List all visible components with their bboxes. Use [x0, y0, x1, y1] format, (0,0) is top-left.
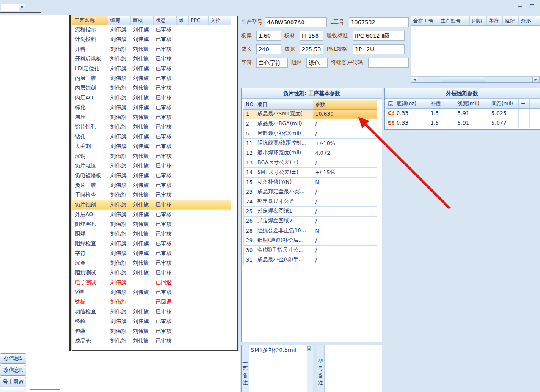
end-customer-code-input[interactable] — [368, 58, 409, 68]
process-row[interactable]: 层压 刘伟旗 刘伟旗 已审核 — [72, 112, 231, 122]
param-value-cell[interactable]: / — [313, 119, 377, 129]
param-row[interactable]: 29 镀铜(通道)补偿后... / — [244, 236, 377, 245]
param-row[interactable]: 15 动态补偿(Y/N) N — [244, 177, 377, 187]
column-header-process-name[interactable]: 工艺名称 — [72, 16, 108, 25]
scroll-right-icon[interactable]: ► — [532, 77, 540, 83]
param-row[interactable]: 5 局部最小补偿(mil) / — [244, 129, 377, 138]
process-row[interactable]: 功能检查 刘伟旗 刘伟旗 已审核 — [72, 307, 231, 317]
board-thickness-input[interactable] — [256, 31, 281, 41]
legend-input[interactable] — [256, 58, 288, 68]
process-row[interactable]: 阻焊塞孔 刘伟旗 刘伟旗 已审核 — [72, 219, 231, 229]
model-online-input[interactable] — [30, 378, 60, 387]
scroll-left-icon[interactable]: ◄ — [411, 77, 418, 83]
acceptance-standard-input[interactable] — [353, 31, 405, 41]
e-number-input[interactable] — [349, 17, 409, 27]
process-row[interactable]: 流程指示 刘伟旗 刘伟旗 已审核 — [72, 25, 231, 35]
param-row[interactable]: 14 SMT尺寸公差(±) +/-15% — [244, 167, 377, 177]
param-row[interactable]: 12 最小焊环宽度(mil) 4.072 — [244, 148, 377, 158]
param-row[interactable]: 2 成品最小BGA(mil) / — [244, 119, 377, 129]
model-online-button[interactable]: 号上网W — [0, 377, 26, 387]
column-header-outline[interactable]: 外形 — [518, 16, 540, 25]
column-header-reviewer[interactable]: 审核 — [130, 16, 153, 25]
process-row[interactable]: 棕化 刘伟旗 刘伟旗 已审核 — [72, 103, 231, 112]
column-header-plus[interactable]: + — [519, 99, 530, 108]
save-info-button[interactable]: 存信息S — [0, 353, 26, 364]
process-row[interactable]: 电子测试 刘伟旗 已回退 — [72, 278, 231, 288]
process-row[interactable]: 干膜检查 刘伟旗 刘伟旗 已审核 — [72, 190, 231, 200]
process-row[interactable]: 去毛刺 刘伟旗 刘伟旗 已审核 — [72, 142, 231, 151]
process-row[interactable]: V槽 刘伟旗 刘伟旗 已审核 — [72, 288, 231, 297]
param-value-cell[interactable]: / — [313, 236, 377, 245]
process-row[interactable]: 开料 刘伟旗 刘伟旗 已审核 — [72, 44, 231, 54]
process-row[interactable]: 终检 刘伟旗 刘伟旗 已审核 — [72, 317, 231, 326]
param-row[interactable]: 23 成品邦定盘最小宽... / — [244, 187, 377, 197]
param-row[interactable]: 30 金(锡)手指尺寸公... / — [244, 245, 377, 255]
process-row[interactable]: 包装 刘伟旗 刘伟旗 已审核 — [72, 326, 231, 336]
process-row[interactable]: 负片蚀刻 刘伟旗 刘伟旗 已审核 — [72, 200, 231, 210]
process-row[interactable]: 内层干膜 刘伟旗 刘伟旗 已审核 — [72, 74, 231, 83]
pnl-spec-input[interactable] — [353, 44, 405, 54]
solder-mask-input[interactable] — [306, 58, 328, 68]
process-row[interactable]: 沉铜 刘伟旗 刘伟旗 已审核 — [72, 151, 231, 161]
process-row[interactable]: 外层AOI 刘伟旗 刘伟旗 已审核 — [72, 210, 231, 219]
param-row[interactable]: 31 成品最小金(锡)手... / — [244, 255, 377, 265]
chevron-down-icon[interactable]: ▼ — [19, 4, 25, 11]
param-row[interactable]: 13 BGA尺寸公差(±) / — [244, 158, 377, 167]
partial-button[interactable] — [0, 389, 26, 392]
column-header-compensation[interactable]: 补偿 — [428, 99, 455, 108]
process-row[interactable]: 沉金 刘伟旗 刘伟旗 已审核 — [72, 258, 231, 268]
board-material-input[interactable] — [300, 31, 323, 41]
column-header-production-model[interactable]: 生产型号 — [438, 16, 469, 25]
process-row[interactable]: 内层AOI 刘伟旗 刘伟旗 已审核 — [72, 93, 231, 103]
column-header-writer[interactable]: 编写 — [108, 16, 130, 25]
column-header-base-copper[interactable]: 底铜(oz) — [394, 99, 428, 108]
column-header-spacing[interactable]: 间距(mil) — [489, 99, 519, 108]
param-row[interactable]: 25 邦定焊盘图纸1 / — [244, 206, 377, 216]
param-row[interactable]: 26 邦定焊盘图纸2 / — [244, 216, 377, 226]
process-row[interactable]: 开料后烘板 刘伟旗 刘伟旗 已审核 — [72, 54, 231, 64]
process-row[interactable]: 负电镀磨板 刘伟旗 刘伟旗 已审核 — [72, 171, 231, 181]
param-row[interactable]: 11 阻抗线宽/线距控制... +/-10% — [244, 138, 377, 148]
param-value-cell[interactable]: +/-10% — [313, 138, 377, 148]
param-value-cell[interactable]: 10.630 — [313, 109, 377, 119]
process-row[interactable]: 铣板 刘伟旗 已回退 — [72, 297, 231, 307]
scroll-up-icon[interactable]: ▲ — [307, 346, 311, 351]
column-header-solder-mask[interactable]: 阻焊 — [502, 16, 518, 25]
column-header-line-width[interactable]: 线宽(mil) — [455, 99, 489, 108]
finished-length-input[interactable] — [256, 44, 281, 54]
partial-input[interactable] — [30, 389, 60, 392]
process-row[interactable]: LDI定位孔 刘伟旗 刘伟旗 已审核 — [72, 64, 231, 74]
column-header-doc-control[interactable]: 文控 — [208, 16, 231, 25]
column-header-status[interactable]: 状态 — [153, 16, 176, 25]
param-value-cell[interactable]: / — [313, 187, 377, 197]
process-row[interactable]: 负片电镀 刘伟旗 刘伟旗 已审核 — [72, 161, 231, 171]
outer-etch-row[interactable]: SS 0.33 1.5 5.91 5.077 — [386, 118, 540, 128]
param-value-cell[interactable]: 4.072 — [313, 148, 377, 158]
param-value-cell[interactable]: / — [313, 129, 377, 138]
param-value-cell[interactable]: / — [313, 216, 377, 226]
process-remark-textarea[interactable]: SMT多补偿0.5mil — [249, 345, 307, 392]
process-row[interactable]: 阻焊检查 刘伟旗 刘伟旗 已审核 — [72, 239, 231, 249]
param-value-cell[interactable]: N — [313, 177, 377, 187]
column-header-parameter[interactable]: 参数 — [313, 100, 377, 109]
save-info-input[interactable] — [30, 354, 60, 363]
process-row[interactable]: 成品仓 刘伟旗 刘伟旗 已审核 — [72, 336, 231, 346]
process-row[interactable]: 阻抗测试 刘伟旗 刘伟旗 已审核 — [72, 268, 231, 278]
process-row[interactable]: 负片干膜 刘伟旗 刘伟旗 已审核 — [72, 181, 231, 190]
column-header-layer[interactable]: 层 — [386, 99, 394, 108]
process-row[interactable]: 铝片钻孔 刘伟旗 刘伟旗 已审核 — [72, 122, 231, 132]
column-header-no[interactable]: NO — [244, 100, 255, 109]
model-remark-textarea[interactable] — [325, 345, 382, 392]
param-row[interactable]: 1 成品最小SMT宽度(... 10.630 — [244, 109, 377, 119]
param-value-cell[interactable]: N — [313, 226, 377, 236]
minimize-button[interactable]: ─ — [516, 3, 524, 10]
param-value-cell[interactable]: / — [313, 158, 377, 167]
param-value-cell[interactable]: +/-15% — [313, 167, 377, 177]
maximize-button[interactable]: ❐ — [528, 3, 536, 10]
process-row[interactable]: 计划投料 刘伟旗 刘伟旗 已审核 — [72, 35, 231, 44]
process-row[interactable]: 内层蚀刻 刘伟旗 刘伟旗 已审核 — [72, 83, 231, 93]
param-value-cell[interactable]: / — [313, 197, 377, 206]
param-row[interactable]: 28 阻抗公差非正负10... N — [244, 226, 377, 236]
product-model-input[interactable] — [265, 17, 327, 27]
scrollbar-thumb[interactable] — [441, 77, 485, 83]
